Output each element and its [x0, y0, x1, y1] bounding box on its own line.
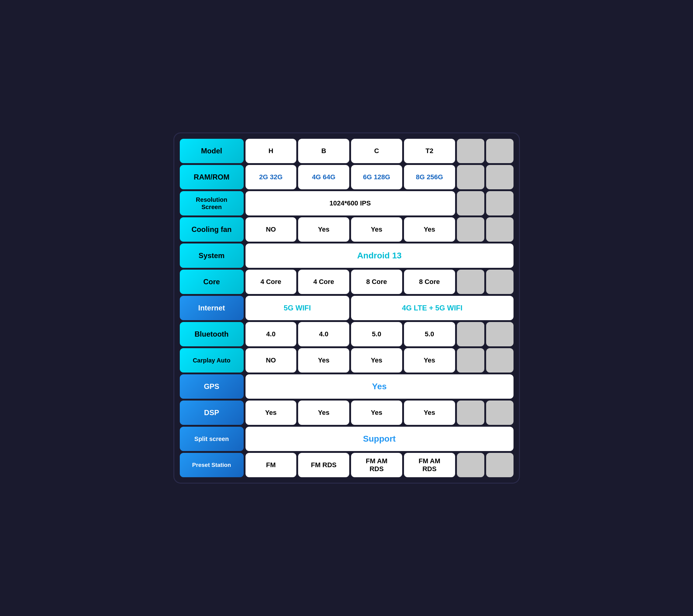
- dsp-empty-2: [486, 401, 514, 425]
- ram-t2: 8G 256G: [404, 165, 455, 189]
- internet-ct2: 4G LTE + 5G WIFI: [351, 296, 514, 320]
- dsp-t2: Yes: [404, 401, 455, 425]
- cooling-empty-2: [486, 217, 514, 242]
- ram-c: 6G 128G: [351, 165, 402, 189]
- core-empty-1: [457, 270, 484, 294]
- carplay-c: Yes: [351, 348, 402, 372]
- bt-b: 4.0: [298, 322, 349, 346]
- carplay-h: NO: [245, 348, 297, 372]
- dsp-b: Yes: [298, 401, 349, 425]
- col-empty-1: [457, 139, 484, 163]
- model-header: Model: [180, 139, 244, 163]
- bt-h: 4.0: [245, 322, 297, 346]
- bt-t2: 5.0: [404, 322, 455, 346]
- col-t2: T2: [404, 139, 455, 163]
- bluetooth-header: Bluetooth: [180, 322, 244, 346]
- carplay-empty-1: [457, 348, 484, 372]
- cooling-empty-1: [457, 217, 484, 242]
- carplay-empty-2: [486, 348, 514, 372]
- core-header: Core: [180, 270, 244, 294]
- ram-header: RAM/ROM: [180, 165, 244, 189]
- resolution-empty-2: [486, 191, 514, 215]
- dsp-h: Yes: [245, 401, 297, 425]
- preset-empty-2: [486, 453, 514, 477]
- split-header: Split screen: [180, 427, 244, 451]
- core-empty-2: [486, 270, 514, 294]
- ram-empty-1: [457, 165, 484, 189]
- system-value: Android 13: [245, 244, 514, 268]
- internet-header: Internet: [180, 296, 244, 320]
- cooling-b: Yes: [298, 217, 349, 242]
- cooling-header: Cooling fan: [180, 217, 244, 242]
- col-empty-2: [486, 139, 514, 163]
- bt-empty-2: [486, 322, 514, 346]
- resolution-empty-1: [457, 191, 484, 215]
- ram-h: 2G 32G: [245, 165, 297, 189]
- resolution-value: 1024*600 IPS: [245, 191, 455, 215]
- core-c: 8 Core: [351, 270, 402, 294]
- ram-b: 4G 64G: [298, 165, 349, 189]
- core-t2: 8 Core: [404, 270, 455, 294]
- system-header: System: [180, 244, 244, 268]
- core-b: 4 Core: [298, 270, 349, 294]
- bt-c: 5.0: [351, 322, 402, 346]
- dsp-c: Yes: [351, 401, 402, 425]
- cooling-c: Yes: [351, 217, 402, 242]
- preset-header: Preset Station: [180, 453, 244, 477]
- dsp-header: DSP: [180, 401, 244, 425]
- preset-c: FM AM RDS: [351, 453, 402, 477]
- bt-empty-1: [457, 322, 484, 346]
- carplay-header: Carplay Auto: [180, 348, 244, 372]
- preset-t2: FM AM RDS: [404, 453, 455, 477]
- carplay-b: Yes: [298, 348, 349, 372]
- preset-empty-1: [457, 453, 484, 477]
- gps-header: GPS: [180, 374, 244, 399]
- preset-b: FM RDS: [298, 453, 349, 477]
- carplay-t2: Yes: [404, 348, 455, 372]
- comparison-table: Model H B C T2 RAM/ROM 2G 32G 4G 64G 6G …: [173, 132, 520, 484]
- internet-hb: 5G WIFI: [245, 296, 350, 320]
- split-value: Support: [245, 427, 514, 451]
- cooling-t2: Yes: [404, 217, 455, 242]
- gps-value: Yes: [245, 374, 514, 399]
- core-h: 4 Core: [245, 270, 297, 294]
- col-b: B: [298, 139, 349, 163]
- col-c: C: [351, 139, 402, 163]
- preset-h: FM: [245, 453, 297, 477]
- resolution-header: ResolutionScreen: [180, 191, 244, 215]
- dsp-empty-1: [457, 401, 484, 425]
- col-h: H: [245, 139, 297, 163]
- cooling-h: NO: [245, 217, 297, 242]
- ram-empty-2: [486, 165, 514, 189]
